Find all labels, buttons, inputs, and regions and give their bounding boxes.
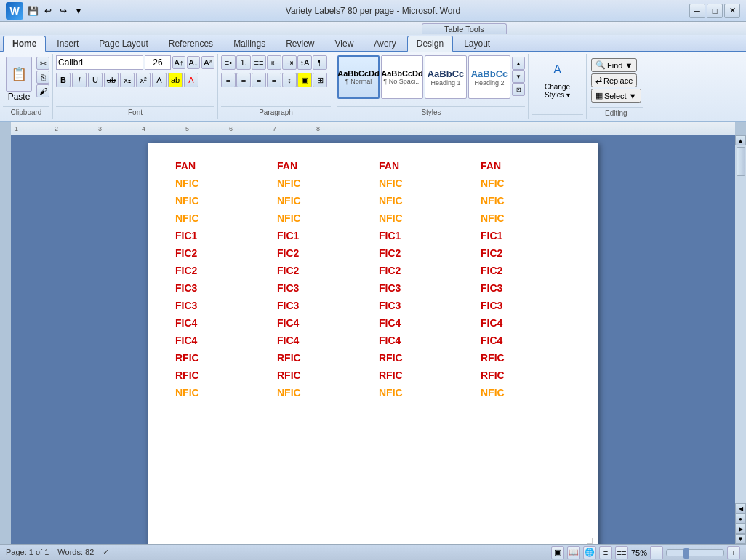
zoom-in-btn[interactable]: + [727, 546, 740, 559]
tab-view[interactable]: View [326, 36, 364, 51]
style-no-spacing[interactable]: AaBbCcDd ¶ No Spaci... [381, 55, 423, 99]
scroll-select[interactable]: ● [735, 513, 746, 524]
outline-btn[interactable]: ≡ [599, 546, 612, 559]
resize-handle[interactable] [587, 538, 593, 544]
numbering-button[interactable]: 1. [236, 55, 251, 70]
full-reading-btn[interactable]: 📖 [567, 546, 580, 559]
tab-page-layout[interactable]: Page Layout [89, 36, 157, 51]
style-heading1[interactable]: AaBbCc Heading 1 [425, 55, 467, 99]
align-right[interactable]: ≡ [252, 73, 266, 87]
copy-button[interactable]: ⎘ [36, 71, 49, 84]
paragraph-group: ≡• 1. ≡≡ ⇤ ⇥ ↕A ¶ ≡ ≡ ≡ ≡ ↕ ▣ ⊞ Paragrap… [218, 54, 334, 119]
justify[interactable]: ≡ [267, 73, 281, 87]
zoom-out-btn[interactable]: − [650, 546, 663, 559]
replace-icon: ⇄ [595, 76, 602, 85]
web-layout-btn[interactable]: 🌐 [583, 546, 596, 559]
paste-button[interactable]: 📋 Paste [3, 55, 35, 103]
customize-button[interactable]: ▾ [72, 4, 85, 17]
borders-button[interactable]: ⊞ [313, 73, 327, 87]
align-center[interactable]: ≡ [236, 73, 251, 87]
find-button[interactable]: 🔍 Find ▼ [591, 58, 637, 72]
close-button[interactable]: ✕ [724, 4, 740, 18]
tab-references[interactable]: References [159, 36, 222, 51]
font-name-input[interactable]: Calibri [56, 55, 143, 70]
style-heading2[interactable]: AaBbCc Heading 2 [468, 55, 510, 99]
italic-button[interactable]: I [72, 73, 87, 87]
clipboard-group: 📋 Paste ✂ ⎘ 🖌 Clipboard [0, 54, 53, 119]
superscript-button[interactable]: x² [136, 73, 151, 87]
ruler-mark-4: 4 [142, 125, 145, 132]
underline-button[interactable]: U [88, 73, 103, 87]
status-left: Page: 1 of 1 Words: 82 ✓ [6, 548, 109, 557]
tab-insert[interactable]: Insert [47, 36, 88, 51]
label-cell: FIC2 [475, 262, 577, 279]
tab-review[interactable]: Review [276, 36, 324, 51]
shading-button[interactable]: ▣ [297, 73, 312, 87]
styles-expand[interactable]: ⊡ [512, 83, 525, 96]
font-size-input[interactable]: 26 [145, 55, 171, 70]
page-info: Page: 1 of 1 [6, 548, 49, 557]
show-marks[interactable]: ¶ [313, 55, 327, 70]
zoom-level: 75% [631, 548, 647, 557]
styles-scroll-up[interactable]: ▲ [512, 57, 525, 70]
draft-btn[interactable]: ≡≡ [615, 546, 628, 559]
label-cell: FAN [475, 157, 577, 175]
clear-formatting[interactable]: Aᵃ [201, 56, 214, 69]
label-cell: NFIC [271, 384, 373, 401]
styles-scroll-down[interactable]: ▼ [512, 70, 525, 83]
decrease-indent[interactable]: ⇤ [267, 55, 281, 70]
scroll-up-arrow[interactable]: ▲ [735, 135, 746, 145]
multilevel-list[interactable]: ≡≡ [252, 55, 266, 70]
change-styles-button[interactable]: A ChangeStyles ▾ [542, 55, 574, 100]
zoom-slider[interactable] [666, 549, 724, 556]
no-spacing-label: ¶ No Spaci... [383, 78, 420, 85]
increase-indent[interactable]: ⇥ [282, 55, 297, 70]
font-label: Font [56, 106, 214, 118]
ruler-mark-1: 1 [15, 125, 18, 132]
minimize-button[interactable]: ─ [689, 4, 705, 18]
replace-label: Replace [603, 76, 633, 85]
align-left[interactable]: ≡ [221, 73, 236, 87]
replace-button[interactable]: ⇄ Replace [591, 73, 637, 87]
text-effects-button[interactable]: A [152, 73, 167, 87]
label-cell: NFIC [169, 192, 271, 209]
tab-design[interactable]: Design [407, 36, 453, 52]
cut-button[interactable]: ✂ [36, 57, 49, 70]
bullets-button[interactable]: ≡• [221, 55, 236, 70]
ruler-mark-5: 5 [185, 125, 189, 132]
scrollbar-thumb[interactable] [737, 147, 745, 176]
font-color-button[interactable]: A [184, 73, 198, 87]
tab-layout[interactable]: Layout [454, 36, 500, 51]
label-cell: FIC4 [169, 314, 271, 332]
scroll-down-arrow[interactable]: ▼ [735, 534, 746, 544]
scroll-next-page[interactable]: ▶ [735, 524, 746, 534]
subscript-button[interactable]: x₂ [120, 73, 135, 87]
style-normal[interactable]: AaBbCcDd ¶ Normal [337, 55, 380, 99]
font-size-increase[interactable]: A↑ [172, 56, 185, 69]
select-button[interactable]: ▦ Select ▼ [591, 89, 641, 103]
redo-button[interactable]: ↪ [57, 4, 70, 17]
sort-button[interactable]: ↕A [297, 55, 312, 70]
document-area: FANFANFANFANNFICNFICNFICNFICNFICNFICNFIC… [11, 135, 735, 544]
scroll-prev-page[interactable]: ◀ [735, 503, 746, 513]
restore-button[interactable]: □ [707, 4, 723, 18]
ribbon-tabs: Home Insert Page Layout References Maili… [0, 35, 746, 52]
scrollbar-track [735, 145, 746, 503]
text-highlight-button[interactable]: ab [168, 73, 183, 87]
font-size-decrease[interactable]: A↓ [187, 56, 200, 69]
label-cell: NFIC [169, 175, 271, 192]
tab-home[interactable]: Home [3, 36, 46, 52]
label-cell: NFIC [475, 384, 577, 401]
tab-avery[interactable]: Avery [364, 36, 405, 51]
strikethrough-button[interactable]: ab [104, 73, 119, 87]
line-spacing[interactable]: ↕ [282, 73, 297, 87]
print-layout-btn[interactable]: ▣ [551, 546, 564, 559]
scroll-bottom-arrows: ◀ ● ▶ [735, 503, 746, 534]
tab-mailings[interactable]: Mailings [224, 36, 275, 51]
bold-button[interactable]: B [56, 73, 71, 87]
left-margin-strip [0, 135, 11, 544]
undo-button[interactable]: ↩ [41, 4, 55, 17]
label-cell: RFIC [169, 349, 271, 367]
format-painter-button[interactable]: 🖌 [36, 84, 49, 97]
save-button[interactable]: 💾 [26, 4, 39, 17]
